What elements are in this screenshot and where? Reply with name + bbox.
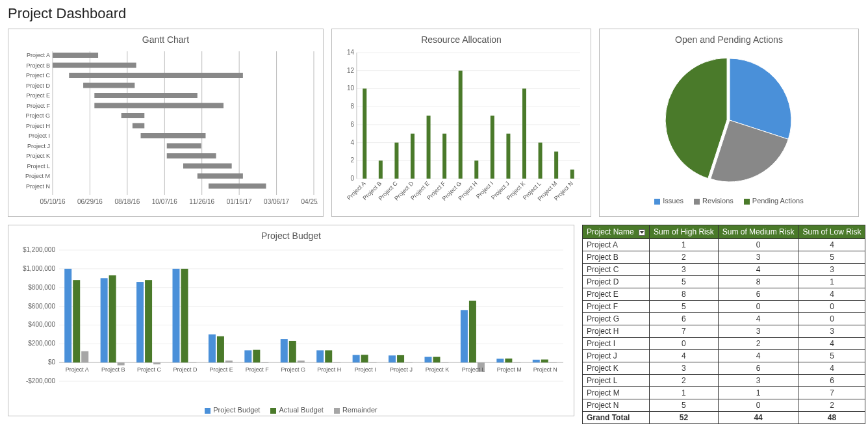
svg-rect-108 [81,351,88,362]
svg-text:Project J: Project J [390,366,413,373]
svg-rect-63 [379,160,383,179]
svg-text:Project K: Project K [426,366,450,373]
svg-rect-130 [281,339,288,362]
svg-rect-35 [167,144,201,149]
resource-chart: 02468101214Project AProject BProject CPr… [338,49,585,211]
svg-rect-143 [397,355,404,362]
svg-text:$1,200,000: $1,200,000 [23,246,55,253]
svg-rect-140 [370,362,377,363]
svg-text:Project D: Project D [173,366,198,373]
svg-rect-126 [244,350,251,362]
svg-text:-$200,000: -$200,000 [26,377,55,384]
svg-text:Project C: Project C [137,366,162,373]
svg-rect-19 [53,63,136,68]
svg-text:Project G: Project G [25,112,50,119]
svg-text:Project K: Project K [26,153,50,159]
svg-rect-131 [289,341,296,362]
svg-text:2: 2 [350,157,354,164]
gantt-chart-panel: Gantt Chart 05/10/1606/29/1608/18/1610/0… [8,29,324,217]
svg-rect-127 [253,350,260,362]
col-project-name[interactable]: Project Name [583,225,650,239]
svg-text:Project J: Project J [27,143,50,149]
budget-chart: -$200,000$0$200,000$400,000$600,000$800,… [15,245,568,401]
svg-text:Project I: Project I [355,366,376,373]
legend-item-revisions: Revisions [694,197,734,205]
table-row: Project M117 [583,387,865,399]
risk-table-header-row: Project Name Sum of High Risk Sum of Med… [583,225,865,239]
table-row: Project I024 [583,338,865,350]
svg-rect-43 [209,184,266,189]
svg-rect-31 [133,123,144,129]
budget-legend: Project Budget Actual Budget Remainder [15,406,567,414]
resource-allocation-panel: Resource Allocation 02468101214Project A… [331,29,591,217]
svg-rect-110 [101,278,108,362]
svg-rect-132 [298,360,305,362]
col-low-risk: Sum of Low Risk [798,225,865,239]
svg-text:Project F: Project F [27,103,51,109]
svg-text:$800,000: $800,000 [28,284,55,291]
svg-rect-123 [217,336,224,362]
svg-rect-136 [333,362,340,363]
svg-rect-75 [474,160,478,179]
svg-rect-142 [389,355,396,362]
svg-text:Project A: Project A [66,366,89,373]
svg-text:Project L: Project L [27,163,50,170]
svg-rect-146 [425,357,432,362]
svg-rect-65 [394,143,398,179]
col-high-risk: Sum of High Risk [650,225,719,239]
resource-title: Resource Allocation [338,34,584,45]
svg-text:Project N: Project N [533,366,557,373]
svg-text:8: 8 [350,103,354,110]
pending-actions-panel: Open and Pending Actions Issues Revision… [599,29,859,217]
svg-text:Project I: Project I [29,132,50,139]
table-row: Project H733 [583,325,865,338]
legend-item-remainder: Remainder [334,406,377,414]
svg-rect-122 [209,334,216,362]
svg-rect-41 [198,173,243,179]
svg-rect-150 [461,310,468,362]
svg-text:01/15/17: 01/15/17 [227,198,252,205]
svg-text:Project E: Project E [26,92,50,99]
table-row: Project B235 [583,251,865,264]
svg-rect-106 [64,269,71,362]
svg-text:Project F: Project F [246,366,270,373]
svg-rect-77 [491,116,494,179]
svg-rect-33 [141,133,206,138]
svg-text:Project M: Project M [497,366,522,373]
legend-item-actual-budget: Actual Budget [270,406,324,414]
svg-rect-139 [361,355,368,362]
table-row-total: Grand Total524448 [583,412,865,424]
svg-rect-73 [459,71,463,179]
svg-rect-118 [173,269,180,362]
filter-dropdown-icon[interactable] [639,229,645,236]
table-row: Project L236 [583,375,865,387]
svg-text:Project H: Project H [317,366,341,373]
pie-chart [606,49,853,192]
svg-rect-67 [411,134,415,179]
svg-rect-134 [316,350,324,362]
svg-text:Project D: Project D [26,82,51,89]
legend-item-pending: Pending Actions [744,197,804,205]
table-row: Project C343 [583,264,865,276]
svg-rect-87 [570,170,574,179]
svg-rect-128 [261,362,268,363]
table-row: Project A104 [583,239,865,251]
svg-text:Project B: Project B [26,62,50,69]
svg-rect-27 [94,103,223,108]
svg-rect-144 [405,362,413,363]
svg-rect-155 [505,359,512,362]
svg-rect-154 [496,359,504,362]
svg-rect-116 [153,362,160,364]
svg-rect-114 [136,282,144,362]
svg-rect-119 [181,269,188,362]
svg-text:03/06/17: 03/06/17 [264,198,289,205]
svg-rect-85 [554,151,558,179]
svg-text:6: 6 [350,121,354,128]
svg-rect-79 [506,134,510,179]
pie-legend: Issues Revisions Pending Actions [606,197,852,205]
svg-rect-115 [145,280,152,362]
svg-text:Project N: Project N [26,183,50,190]
svg-text:12: 12 [347,67,355,74]
gantt-title: Gantt Chart [15,34,316,45]
svg-rect-107 [73,280,80,362]
